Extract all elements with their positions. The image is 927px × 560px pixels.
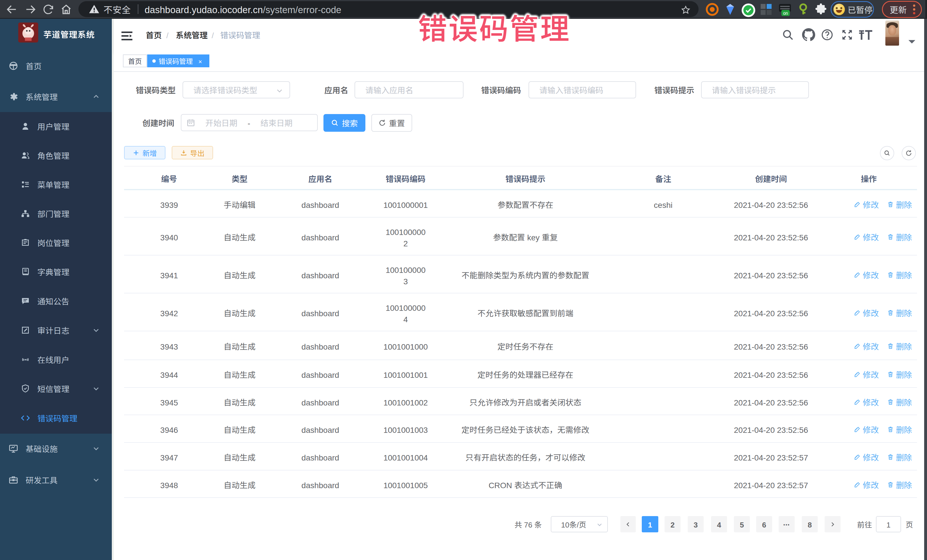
svg-text:on: on [783, 11, 788, 16]
